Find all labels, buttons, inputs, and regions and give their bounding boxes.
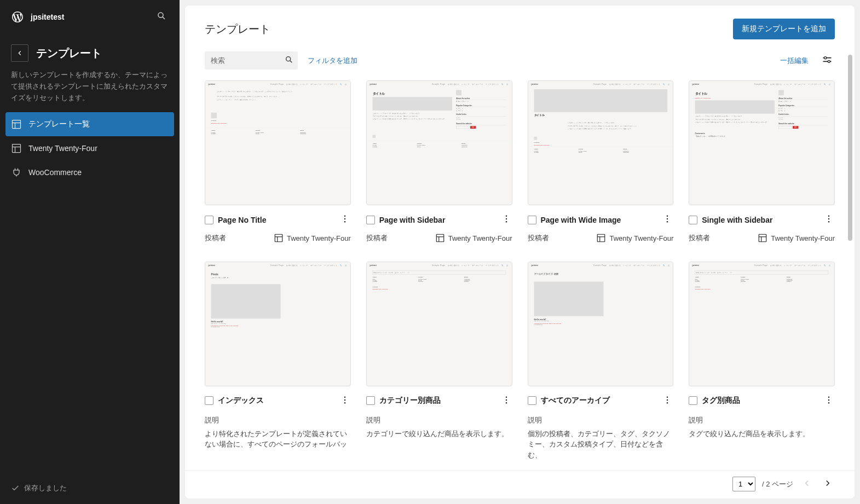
svg-point-41 bbox=[505, 396, 506, 397]
svg-point-48 bbox=[828, 399, 829, 401]
template-card: jpsitetestSample Page お問い合わせ ショップ ホームページ… bbox=[205, 80, 351, 246]
layout-icon bbox=[11, 119, 22, 130]
layout-icon bbox=[596, 233, 606, 243]
template-title[interactable]: Page No Title bbox=[218, 216, 334, 224]
more-actions-button[interactable] bbox=[823, 213, 835, 227]
template-title[interactable]: Page with Wide Image bbox=[541, 216, 657, 224]
sidebar-item-label: テンプレート一覧 bbox=[28, 119, 90, 129]
template-preview[interactable]: jpsitetestSample Page お問い合わせ ショップ ホームページ… bbox=[205, 80, 351, 205]
sidebar-item-0[interactable]: テンプレート一覧 bbox=[5, 112, 174, 136]
template-card: jpsitetestSample Page お問い合わせ ショップ ホームページ… bbox=[528, 80, 674, 246]
next-page-button[interactable] bbox=[821, 476, 835, 492]
back-button[interactable] bbox=[11, 44, 28, 62]
sidebar-item-1[interactable]: Twenty Twenty-Four bbox=[0, 136, 180, 160]
template-preview[interactable]: jpsitetestSample Page お問い合わせ ショップ ホームページ… bbox=[366, 262, 512, 386]
more-vertical-icon bbox=[662, 214, 672, 224]
add-template-button[interactable]: 新規テンプレートを追加 bbox=[733, 19, 835, 39]
search-input[interactable] bbox=[205, 51, 298, 69]
meta-label: 投稿者 bbox=[205, 233, 226, 243]
svg-point-15 bbox=[344, 218, 345, 219]
scrollbar[interactable] bbox=[847, 55, 853, 471]
pagination: 1 / 2 ページ bbox=[185, 470, 855, 499]
select-checkbox[interactable] bbox=[528, 396, 536, 405]
svg-rect-2 bbox=[13, 120, 21, 129]
view-options-button[interactable] bbox=[819, 52, 835, 69]
template-description: タグで絞り込んだ商品を表示します。 bbox=[689, 428, 835, 439]
svg-rect-23 bbox=[436, 234, 444, 242]
bulk-edit-button[interactable]: 一括編集 bbox=[780, 56, 809, 66]
meta-label: 投稿者 bbox=[366, 233, 388, 243]
more-actions-button[interactable] bbox=[500, 213, 512, 227]
more-actions-button[interactable] bbox=[661, 394, 673, 408]
template-title[interactable]: Page with Sidebar bbox=[379, 216, 496, 224]
more-actions-button[interactable] bbox=[500, 394, 512, 408]
select-checkbox[interactable] bbox=[205, 396, 213, 405]
select-checkbox[interactable] bbox=[689, 216, 697, 224]
chevron-left-icon bbox=[802, 478, 812, 488]
svg-point-12 bbox=[824, 57, 827, 59]
template-grid: jpsitetestSample Page お問い合わせ ショップ ホームページ… bbox=[185, 78, 855, 470]
sidebar: jpsitetest テンプレート 新しいテンプレートを作成するか、テーマによっ… bbox=[0, 0, 180, 504]
more-vertical-icon bbox=[662, 395, 672, 405]
template-card: jpsitetestSample Page お問い合わせ ショップ ホームページ… bbox=[366, 80, 512, 246]
svg-line-1 bbox=[163, 17, 165, 19]
template-description: より特化されたテンプレートが定義されていない場合に、すべてのページのフォールバッ bbox=[205, 428, 351, 450]
svg-rect-5 bbox=[13, 144, 21, 153]
search-icon bbox=[157, 11, 166, 21]
add-filter-button[interactable]: フィルタを追加 bbox=[308, 56, 357, 66]
svg-point-38 bbox=[344, 396, 345, 397]
template-title[interactable]: タグ別商品 bbox=[702, 396, 818, 405]
save-status-label: 保存しました bbox=[24, 483, 67, 493]
template-title[interactable]: カテゴリー別商品 bbox=[379, 396, 496, 405]
plugin-icon bbox=[11, 167, 22, 178]
site-name[interactable]: jpsitetest bbox=[31, 13, 64, 21]
wordpress-logo-icon bbox=[11, 10, 24, 24]
more-actions-button[interactable] bbox=[661, 213, 673, 227]
template-preview[interactable]: jpsitetestSample Page お問い合わせ ショップ ホームページ… bbox=[689, 80, 835, 205]
prev-page-button[interactable] bbox=[800, 476, 814, 492]
svg-point-21 bbox=[505, 218, 506, 219]
svg-point-27 bbox=[667, 218, 668, 219]
select-checkbox[interactable] bbox=[366, 216, 375, 224]
template-preview[interactable]: jpsitetestSample Page お問い合わせ ショップ ホームページ… bbox=[689, 262, 835, 386]
select-checkbox[interactable] bbox=[528, 216, 536, 224]
more-actions-button[interactable] bbox=[339, 394, 351, 408]
select-checkbox[interactable] bbox=[366, 396, 375, 405]
template-card: jpsitetestSample Page お問い合わせ ショップ ホームページ… bbox=[366, 262, 512, 464]
sidebar-item-label: Twenty Twenty-Four bbox=[28, 144, 97, 153]
layout-icon bbox=[11, 143, 22, 154]
template-title[interactable]: インデックス bbox=[218, 396, 334, 405]
template-preview[interactable]: jpsitetestSample Page お問い合わせ ショップ ホームページ… bbox=[205, 262, 351, 386]
more-vertical-icon bbox=[340, 214, 350, 224]
more-vertical-icon bbox=[824, 395, 834, 405]
more-vertical-icon bbox=[501, 214, 511, 224]
meta-label: 説明 bbox=[689, 415, 835, 425]
more-vertical-icon bbox=[340, 395, 350, 405]
template-title[interactable]: Single with Sidebar bbox=[702, 216, 818, 224]
meta-label: 投稿者 bbox=[528, 233, 549, 243]
more-actions-button[interactable] bbox=[823, 394, 835, 408]
meta-label: 説明 bbox=[528, 415, 674, 425]
sidebar-description: 新しいテンプレートを作成するか、テーマによって提供されるテンプレートに加えられた… bbox=[0, 69, 180, 112]
template-preview[interactable]: jpsitetestSample Page お問い合わせ ショップ ホームページ… bbox=[366, 80, 512, 205]
global-search-button[interactable] bbox=[154, 9, 169, 25]
sidebar-item-2[interactable]: WooCommerce bbox=[0, 160, 180, 184]
chevron-left-icon bbox=[16, 49, 24, 57]
select-checkbox[interactable] bbox=[689, 396, 697, 405]
svg-point-44 bbox=[667, 396, 668, 397]
template-card: jpsitetestSample Page お問い合わせ ショップ ホームページ… bbox=[689, 262, 835, 464]
svg-point-47 bbox=[828, 396, 829, 397]
sidebar-title: テンプレート bbox=[36, 46, 102, 61]
svg-point-16 bbox=[344, 221, 345, 222]
template-preview[interactable]: jpsitetestSample Page お問い合わせ ショップ ホームページ… bbox=[528, 80, 674, 205]
page-select[interactable]: 1 bbox=[732, 477, 755, 491]
svg-point-49 bbox=[828, 402, 829, 403]
svg-point-32 bbox=[828, 216, 829, 217]
svg-point-39 bbox=[344, 399, 345, 401]
template-title[interactable]: すべてのアーカイブ bbox=[541, 396, 657, 405]
template-preview[interactable]: jpsitetestSample Page お問い合わせ ショップ ホームページ… bbox=[528, 262, 674, 386]
select-checkbox[interactable] bbox=[205, 216, 213, 224]
theme-name: Twenty Twenty-Four bbox=[609, 234, 673, 242]
more-actions-button[interactable] bbox=[339, 213, 351, 227]
template-description: 個別の投稿者、カテゴリー、タグ、タクソノミー、カスタム投稿タイプ、日付などを含む… bbox=[528, 428, 674, 461]
